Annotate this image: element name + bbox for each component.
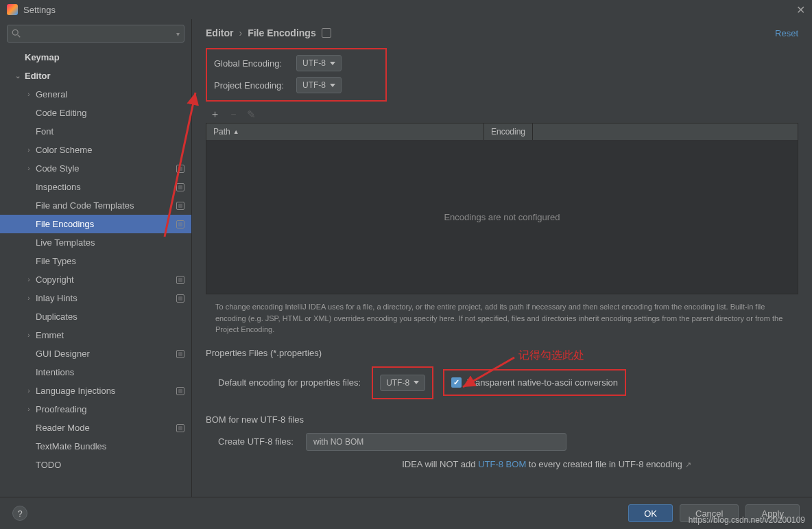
- properties-section-title: Properties Files (*.properties): [206, 348, 798, 358]
- sidebar-item-label: Live Templates: [36, 237, 95, 248]
- properties-encoding-label: Default encoding for properties files:: [218, 377, 361, 388]
- column-path[interactable]: Path ▲: [206, 124, 484, 140]
- sidebar-item-gui-designer[interactable]: GUI Designer: [0, 344, 191, 363]
- chevron-icon: ›: [25, 294, 33, 302]
- sidebar-item-label: Language Injections: [36, 386, 115, 396]
- sidebar-item-file-encodings[interactable]: File Encodings: [0, 215, 191, 233]
- add-icon[interactable]: ＋: [210, 108, 220, 121]
- watermark: https://blog.csdn.net/v20200109: [689, 515, 805, 525]
- sidebar-item-label: File and Code Templates: [36, 200, 134, 211]
- project-scope-icon: [322, 28, 331, 38]
- project-scope-icon: [176, 350, 184, 358]
- sidebar-item-label: Keymap: [25, 52, 60, 62]
- external-link-icon: ↗: [685, 460, 691, 469]
- sidebar-item-font[interactable]: Font: [0, 122, 191, 141]
- breadcrumb: Editor › File Encodings Reset: [206, 27, 798, 38]
- table-toolbar: ＋ － ✎: [206, 106, 798, 123]
- chevron-icon: ›: [25, 276, 33, 283]
- chevron-icon: ›: [25, 146, 33, 154]
- global-encoding-label: Global Encoding:: [214, 58, 296, 69]
- sidebar-item-inspections[interactable]: Inspections: [0, 178, 191, 196]
- sidebar-item-emmet[interactable]: ›Emmet: [0, 326, 191, 344]
- window-title: Settings: [23, 5, 796, 15]
- chevron-icon: ⌄: [14, 72, 22, 80]
- search-icon: [12, 29, 21, 38]
- sidebar-item-reader-mode[interactable]: Reader Mode: [0, 419, 191, 437]
- sidebar-item-copyright[interactable]: ›Copyright: [0, 270, 191, 289]
- sidebar-item-label: File Types: [36, 256, 76, 266]
- sidebar-item-label: Copyright: [36, 274, 74, 285]
- sidebar-item-label: General: [36, 89, 67, 99]
- sidebar-item-language-injections[interactable]: ›Language Injections: [0, 381, 191, 400]
- sidebar-item-intentions[interactable]: Intentions: [0, 363, 191, 381]
- transparent-ascii-checkbox[interactable]: [451, 377, 462, 388]
- settings-tree[interactable]: Keymap⌄Editor›GeneralCode EditingFont›Co…: [0, 48, 191, 497]
- search-field[interactable]: [24, 29, 176, 38]
- sidebar-item-label: File Encodings: [36, 219, 94, 229]
- sidebar: ▾ Keymap⌄Editor›GeneralCode EditingFont›…: [0, 19, 192, 497]
- breadcrumb-page: File Encodings: [248, 27, 316, 38]
- transparent-highlight-box: Transparent native-to-ascii conversion: [443, 369, 626, 396]
- sidebar-item-label: Inspections: [36, 182, 81, 192]
- sidebar-item-inlay-hints[interactable]: ›Inlay Hints: [0, 289, 191, 307]
- help-text: To change encoding IntelliJ IDEA uses fo…: [206, 301, 798, 336]
- transparent-ascii-label: Transparent native-to-ascii conversion: [467, 377, 618, 388]
- sidebar-item-file-types[interactable]: File Types: [0, 252, 191, 270]
- sidebar-item-label: Code Editing: [36, 108, 86, 118]
- sidebar-item-code-style[interactable]: ›Code Style: [0, 159, 191, 178]
- sidebar-item-label: Reader Mode: [36, 423, 90, 433]
- sidebar-item-label: Font: [36, 126, 53, 137]
- titlebar: Settings ✕: [0, 0, 812, 19]
- sidebar-item-label: Color Scheme: [36, 145, 92, 155]
- ok-button[interactable]: OK: [628, 504, 673, 522]
- sidebar-item-live-templates[interactable]: Live Templates: [0, 233, 191, 252]
- bom-note: IDEA will NOT add UTF-8 BOM to every cre…: [206, 459, 798, 469]
- sidebar-item-duplicates[interactable]: Duplicates: [0, 307, 191, 326]
- app-icon: [7, 4, 18, 15]
- sidebar-item-color-scheme[interactable]: ›Color Scheme: [0, 141, 191, 159]
- sidebar-item-label: TODO: [36, 460, 61, 470]
- edit-icon: ✎: [247, 108, 256, 121]
- sidebar-item-label: Emmet: [36, 330, 64, 340]
- bom-section-title: BOM for new UTF-8 files: [206, 414, 798, 425]
- sidebar-item-label: GUI Designer: [36, 349, 90, 359]
- chevron-down-icon: [330, 62, 335, 65]
- reset-link[interactable]: Reset: [775, 28, 798, 38]
- global-encoding-select[interactable]: UTF-8: [296, 55, 342, 71]
- remove-icon: －: [228, 108, 239, 121]
- properties-encoding-select[interactable]: UTF-8: [380, 375, 425, 391]
- sidebar-item-label: TextMate Bundles: [36, 441, 106, 451]
- sidebar-item-editor[interactable]: ⌄Editor: [0, 67, 191, 85]
- project-scope-icon: [176, 294, 184, 303]
- sidebar-item-keymap[interactable]: Keymap: [0, 48, 191, 67]
- sidebar-item-proofreading[interactable]: ›Proofreading: [0, 400, 191, 419]
- encoding-highlight-box: Global Encoding: UTF-8 Project Encoding:…: [206, 48, 387, 102]
- close-icon[interactable]: ✕: [796, 3, 805, 16]
- sidebar-item-textmate-bundles[interactable]: TextMate Bundles: [0, 437, 191, 456]
- help-button[interactable]: ?: [12, 506, 27, 521]
- project-scope-icon: [176, 165, 184, 173]
- breadcrumb-root[interactable]: Editor: [206, 27, 233, 38]
- utf8-bom-link[interactable]: UTF-8 BOM: [478, 459, 526, 469]
- sidebar-item-label: Inlay Hints: [36, 293, 77, 303]
- svg-point-0: [12, 30, 18, 35]
- svg-line-1: [18, 35, 21, 38]
- main-panel: Editor › File Encodings Reset Global Enc…: [192, 19, 812, 497]
- sidebar-item-label: Proofreading: [36, 404, 86, 414]
- sidebar-item-general[interactable]: ›General: [0, 85, 191, 104]
- sidebar-item-todo[interactable]: TODO: [0, 456, 191, 474]
- chevron-icon: ›: [25, 405, 33, 413]
- sidebar-item-file-and-code-templates[interactable]: File and Code Templates: [0, 196, 191, 215]
- column-encoding[interactable]: Encoding: [484, 124, 533, 140]
- chevron-down-icon: [330, 84, 335, 87]
- search-input[interactable]: ▾: [7, 25, 184, 43]
- chevron-icon: ›: [25, 91, 33, 98]
- project-encoding-label: Project Encoding:: [214, 80, 296, 91]
- table-empty-message: Encodings are not configured: [206, 140, 798, 294]
- encodings-table: Path ▲ Encoding Encodings are not config…: [206, 123, 798, 294]
- sidebar-item-code-editing[interactable]: Code Editing: [0, 104, 191, 122]
- chevron-icon: ›: [25, 387, 33, 395]
- create-utf8-select[interactable]: with NO BOM: [306, 433, 566, 451]
- project-scope-icon: [176, 183, 184, 191]
- project-encoding-select[interactable]: UTF-8: [296, 77, 342, 93]
